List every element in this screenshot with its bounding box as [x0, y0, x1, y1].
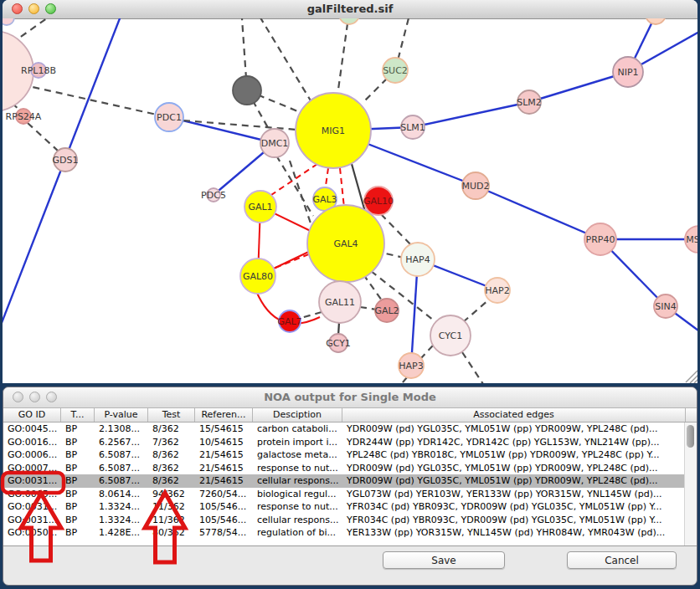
network-canvas[interactable]: RPL18BRPS24AGDS1PDC1MIG1SUC2SLM1SLM2NIP1… — [3, 18, 697, 383]
table-cell: YDR009W (pd) YGL035C, YML051W (pp) YDR00… — [342, 423, 686, 436]
table-cell: protein import i... — [253, 436, 342, 449]
table-row[interactable]: GO:0050...BP1.428E...80/3625778/54...reg… — [3, 526, 697, 540]
column-header-p-value[interactable]: P-value — [95, 408, 148, 422]
table-body: GO:0045...BP2.1308...8/36215/54615carbon… — [3, 423, 697, 540]
resize-grip[interactable] — [686, 371, 697, 382]
graph-edge[interactable] — [381, 214, 412, 246]
table-cell: 15/54615 — [195, 423, 253, 436]
graph-edge[interactable] — [476, 186, 600, 239]
table-row[interactable]: GO:0007...BP6.5087...8/36221/54615respon… — [3, 462, 697, 475]
column-header-referen[interactable]: Referen... — [195, 408, 253, 422]
table-cell: GO:0065... — [3, 488, 61, 501]
graph-edge[interactable] — [269, 164, 317, 197]
table-row[interactable]: GO:0031...BP1.3324...11/362105/546...res… — [3, 500, 697, 514]
table-cell: BP — [61, 474, 95, 488]
graph-node-label: GAL4 — [333, 238, 358, 249]
noa-window-titlebar[interactable]: NOA output for Single Mode — [3, 387, 697, 408]
graph-node-label: MUD2 — [461, 181, 489, 192]
graph-node-label: GAL80 — [243, 271, 273, 282]
desktop: galFiltered.sif RPL18BRPS24AGDS1PDC1MIG1… — [0, 0, 700, 589]
table-cell: BP — [61, 448, 95, 462]
table-cell: 8/362 — [148, 423, 195, 436]
graph-edge[interactable] — [413, 102, 529, 127]
table-cell: 6.5087... — [95, 448, 148, 462]
table-cell: 10/54615 — [195, 436, 253, 449]
graph-node-label: DMC1 — [261, 138, 289, 149]
table-cell: 21/54615 — [195, 474, 253, 488]
table-cell: 94/362 — [148, 488, 195, 501]
graph-node-label: SLM2 — [517, 97, 542, 108]
table-cell: 11/362 — [148, 500, 195, 514]
graph-edge[interactable] — [463, 300, 489, 322]
graph-edge[interactable] — [395, 377, 407, 383]
table-cell: 6.5087... — [95, 474, 148, 488]
graph-edge[interactable] — [462, 352, 483, 383]
table-cell: GO:0050... — [3, 526, 61, 540]
graph-window-titlebar[interactable]: galFiltered.sif — [3, 0, 697, 19]
column-header-associated-edges[interactable]: Associated edges — [342, 408, 686, 422]
column-header-test[interactable]: Test — [148, 408, 195, 422]
table-cell: 8/362 — [148, 474, 195, 488]
scrollbar-thumb[interactable] — [687, 425, 694, 448]
graph-edge[interactable] — [28, 123, 59, 151]
graph-node-label: GAL1 — [248, 202, 272, 213]
graph-node-green-sliver[interactable] — [339, 18, 359, 24]
table-cell: 8.0614... — [95, 488, 148, 501]
graph-node-gray-node[interactable] — [233, 76, 261, 105]
graph-edge[interactable] — [421, 346, 433, 358]
table-cell: YFR034C (pd) YBR093C, YDR009W (pd) YGL03… — [342, 500, 686, 514]
table-row[interactable]: GO:0016...BP6.2567...7/36210/54615protei… — [3, 436, 697, 449]
table-cell: YFR034C (pd) YBR093C, YDR009W (pd) YGL03… — [342, 514, 686, 527]
graph-node-sliver-top-left[interactable] — [3, 18, 14, 25]
table-cell: galactose meta... — [253, 448, 342, 462]
table-cell: 8/362 — [148, 448, 195, 462]
noa-window-title: NOA output for Single Mode — [3, 391, 697, 403]
graph-node-label: GCY1 — [326, 338, 351, 349]
table-cell: cellular respons... — [253, 514, 342, 527]
table-cell: 2.1308... — [95, 423, 148, 436]
graph-window-title: galFiltered.sif — [3, 3, 697, 15]
table-cell: GO:0006... — [3, 448, 61, 462]
table-row[interactable]: GO:0065...BP8.0614...94/3627260/54...bio… — [3, 488, 697, 501]
table-row[interactable]: GO:0031...BP6.5087...8/36221/54615cellul… — [3, 474, 697, 488]
graph-node-label: GDS1 — [53, 155, 79, 166]
table-row[interactable]: GO:0031...BP1.3324...11/362105/546...cel… — [3, 514, 697, 527]
graph-edge[interactable] — [340, 168, 344, 207]
table-cell: cellular respons... — [253, 474, 342, 488]
table-cell: 105/546... — [195, 500, 253, 514]
table-cell: 6.5087... — [95, 462, 148, 475]
table-cell: 21/54615 — [195, 462, 253, 475]
graph-edge[interactable] — [363, 274, 382, 300]
noa-results-table: GO IDT...P-valueTestReferen...Desciption… — [3, 408, 697, 546]
table-cell: 1.3324... — [95, 500, 148, 514]
cancel-button[interactable]: Cancel — [567, 551, 677, 569]
column-header-desciption[interactable]: Desciption — [253, 408, 342, 422]
graph-node-label: MIG1 — [322, 125, 345, 136]
table-cell: GO:0031... — [3, 514, 61, 527]
vertical-scrollbar[interactable] — [684, 423, 697, 545]
column-header-go-id[interactable]: GO ID — [3, 408, 61, 422]
graph-node-label: HAP4 — [405, 254, 430, 265]
graph-edge[interactable] — [275, 254, 311, 268]
table-cell: 21/54615 — [195, 448, 253, 462]
table-row[interactable]: GO:0045...BP2.1308...8/36215/54615carbon… — [3, 423, 697, 436]
graph-edge[interactable] — [276, 156, 313, 216]
table-cell: 5778/54... — [195, 526, 253, 540]
table-cell: 1.3324... — [95, 514, 148, 527]
column-header-t[interactable]: T... — [61, 408, 95, 422]
table-cell: 7/362 — [148, 436, 195, 449]
table-row[interactable]: GO:0006...BP6.5087...8/36221/54615galact… — [3, 448, 697, 462]
resize-grip[interactable] — [694, 379, 697, 383]
graph-node-peach-sliver[interactable] — [646, 18, 666, 24]
table-cell: BP — [61, 500, 95, 514]
graph-node-label: PDC1 — [157, 112, 182, 123]
table-cell: BP — [61, 423, 95, 436]
graph-edge[interactable] — [337, 18, 349, 95]
graph-edge[interactable] — [254, 18, 311, 102]
table-cell: YPL248C (pd) YBR018C, YML051W (pp) YDR00… — [342, 448, 686, 462]
graph-node-label: CYC1 — [439, 330, 462, 341]
table-cell: 8/362 — [148, 462, 195, 475]
table-cell: carbon cataboli... — [253, 423, 342, 436]
resize-grip[interactable] — [690, 375, 697, 383]
save-button[interactable]: Save — [383, 551, 505, 569]
